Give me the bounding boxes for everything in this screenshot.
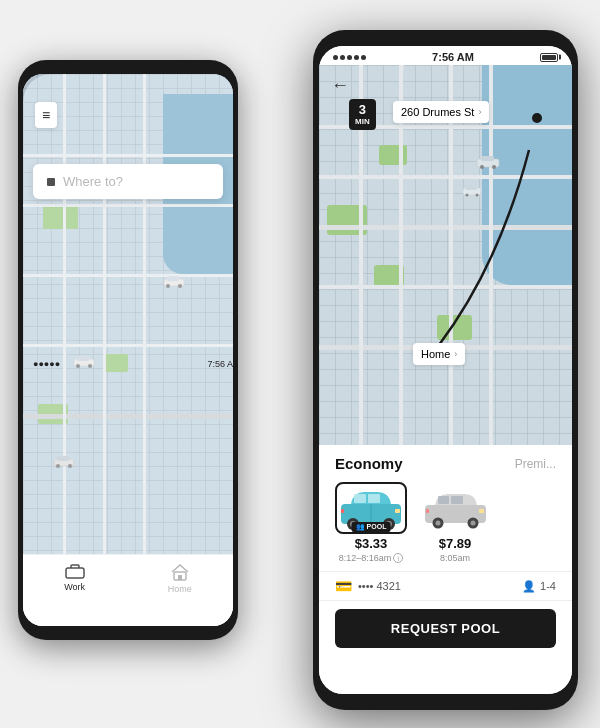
- phone-background: ●●●●● 7:56 A: [18, 60, 238, 640]
- front-signal: [333, 55, 366, 60]
- pool-car-wrapper: 👥POOL: [335, 482, 407, 534]
- card-number: •••• 4321: [358, 580, 401, 592]
- battery-icon: [540, 53, 558, 62]
- uberx-option[interactable]: $7.89 8:05am: [419, 482, 491, 563]
- uberx-car-wrapper: [419, 482, 491, 534]
- pool-time: 8:12–8:16am i: [339, 553, 404, 563]
- pool-badge: 👥POOL: [352, 522, 391, 532]
- back-time: 7:56 A: [207, 359, 233, 369]
- back-nav-button[interactable]: ←: [331, 75, 349, 96]
- economy-tab[interactable]: Economy: [335, 455, 403, 472]
- uberx-price: $7.89: [439, 536, 472, 551]
- payment-left: 💳 •••• 4321: [335, 578, 401, 594]
- svg-point-17: [480, 165, 484, 169]
- payment-row[interactable]: 💳 •••• 4321 👤 1-4: [319, 571, 572, 601]
- svg-rect-34: [438, 496, 449, 504]
- svg-rect-35: [451, 496, 463, 504]
- front-car-2: [462, 185, 482, 197]
- svg-rect-20: [466, 186, 477, 190]
- svg-rect-31: [341, 509, 344, 513]
- ride-options: 👥POOL $3.33 8:12–8:16am i: [319, 476, 572, 571]
- uberx-car-image: [423, 487, 488, 529]
- front-time: 7:56 AM: [432, 51, 474, 63]
- request-pool-button[interactable]: REQUEST POOL: [335, 609, 556, 648]
- origin-label[interactable]: Home ›: [413, 343, 465, 365]
- front-status-bar: 7:56 AM: [319, 46, 572, 65]
- svg-point-22: [476, 194, 479, 197]
- destination-label[interactable]: 260 Drumes St ›: [393, 101, 489, 123]
- origin-text: Home: [421, 348, 450, 360]
- destination-chevron: ›: [478, 107, 481, 117]
- destination-text: 260 Drumes St: [401, 106, 474, 118]
- svg-point-37: [435, 521, 440, 526]
- front-panel: Economy Premi...: [319, 445, 572, 694]
- pool-option[interactable]: 👥POOL $3.33 8:12–8:16am i: [335, 482, 407, 563]
- front-car-1: [476, 155, 500, 169]
- card-icon: 💳: [335, 578, 352, 594]
- svg-rect-40: [479, 509, 484, 513]
- svg-rect-24: [354, 494, 366, 503]
- eta-unit: MIN: [355, 117, 370, 126]
- passenger-count: 1-4: [540, 580, 556, 592]
- svg-rect-16: [481, 156, 494, 161]
- phone-foreground: 7:56 AM: [313, 30, 578, 710]
- svg-rect-41: [426, 509, 429, 513]
- back-signal-dots: ●●●●●: [33, 359, 60, 369]
- origin-chevron: ›: [454, 349, 457, 359]
- svg-rect-30: [395, 509, 400, 513]
- eta-number: 3: [355, 103, 370, 116]
- front-map: ← 3 MIN 260 Drumes St › Home ›: [319, 65, 572, 445]
- premium-tab[interactable]: Premi...: [515, 457, 556, 471]
- info-icon: i: [393, 553, 403, 563]
- panel-header: Economy Premi...: [319, 445, 572, 476]
- svg-rect-25: [368, 494, 380, 503]
- svg-point-18: [492, 165, 496, 169]
- svg-point-39: [470, 521, 475, 526]
- eta-badge: 3 MIN: [349, 99, 376, 130]
- back-status-bar: ●●●●● 7:56 A: [23, 74, 233, 626]
- destination-pin: [532, 113, 542, 123]
- svg-point-21: [466, 194, 469, 197]
- payment-right: 👤 1-4: [522, 580, 556, 593]
- pool-price: $3.33: [355, 536, 388, 551]
- person-icon: 👤: [522, 580, 536, 593]
- uberx-time: 8:05am: [440, 553, 470, 563]
